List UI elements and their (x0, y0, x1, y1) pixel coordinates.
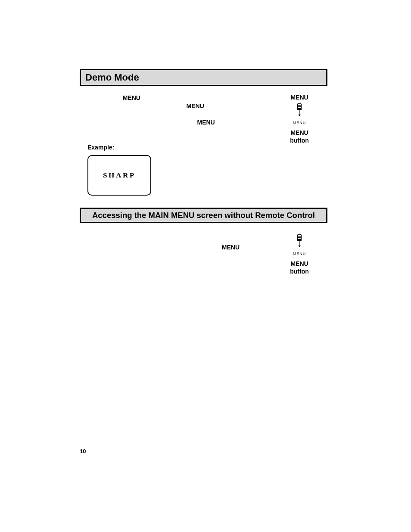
svg-rect-9 (298, 238, 301, 239)
section2-body: The MAIN MENU screen can be accessed fro… (80, 231, 327, 260)
section-heading-demo: Demo Mode (80, 69, 327, 86)
remote-menu-icon: MENU (293, 103, 306, 125)
menu-caption: MENUbutton (278, 129, 321, 144)
svg-marker-11 (298, 246, 301, 247)
svg-rect-1 (298, 104, 301, 105)
section1-paragraph: Pressing the MENU button repeatedly will… (87, 94, 273, 134)
svg-rect-8 (298, 236, 301, 237)
svg-marker-5 (298, 115, 301, 116)
page-number: 10 (80, 448, 86, 454)
section1-right-column: MENU MENU MENUbutton (278, 94, 321, 144)
section2-right-column: MENU MENUbutton (278, 233, 321, 275)
remote-icon-label: MENU (293, 121, 306, 125)
section2-paragraph: The MAIN MENU screen can be accessed fro… (87, 235, 273, 260)
section1-body: Pressing the MENU button repeatedly will… (80, 94, 327, 196)
menu-caption-2: MENUbutton (278, 260, 321, 275)
section-heading-access: Accessing the MAIN MENU screen without R… (80, 208, 327, 223)
remote-icon-label-2: MENU (293, 252, 306, 256)
demo-screen-box: SHARP (87, 155, 151, 196)
menu-title: MENU (278, 94, 321, 101)
svg-rect-2 (298, 106, 301, 106)
svg-rect-7 (298, 235, 301, 236)
example-label: Example: (87, 144, 273, 151)
remote-menu-icon-2: MENU (293, 234, 306, 256)
sharp-logo: SHARP (103, 172, 136, 179)
svg-rect-3 (298, 107, 301, 108)
